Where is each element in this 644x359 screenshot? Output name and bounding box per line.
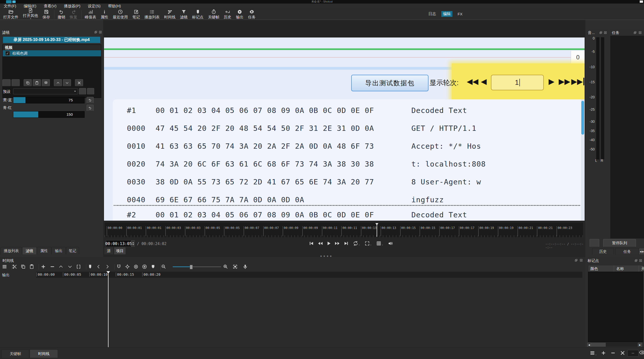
tab-滤镜[interactable]: 滤镜 bbox=[22, 247, 37, 254]
timeline-zoom-slider[interactable] bbox=[173, 266, 221, 267]
marker-search-field[interactable] bbox=[627, 350, 638, 356]
menu-item-0[interactable]: 文件(F) bbox=[0, 4, 20, 9]
spin-down-icon[interactable] bbox=[132, 244, 134, 246]
toolbar-button-timeline[interactable]: 时间线 bbox=[162, 9, 178, 20]
timeline-timeline-menu-button[interactable] bbox=[4, 264, 6, 266]
toolbar-button-list[interactable]: 播放列表 bbox=[142, 9, 162, 20]
filter-move-up-button[interactable] bbox=[54, 79, 62, 86]
transport-grid-button[interactable] bbox=[376, 241, 383, 246]
param-slider-1[interactable]: 150 bbox=[13, 111, 85, 118]
menu-item-5[interactable]: 帮助(H) bbox=[104, 4, 125, 9]
filter-copy-button[interactable] bbox=[24, 79, 32, 86]
player-time-ruler[interactable]: 00:00:0000:00:0100:00:0100:00:0300:00:03… bbox=[105, 223, 583, 237]
toolbar-button-funnel[interactable]: 滤镜 bbox=[178, 9, 190, 20]
column-start[interactable]: 开 bbox=[639, 265, 643, 272]
close-panel-icon[interactable] bbox=[580, 259, 583, 262]
close-panel-icon[interactable] bbox=[638, 31, 642, 34]
caret-icon[interactable] bbox=[381, 244, 383, 246]
tab-播放列表[interactable]: 播放列表 bbox=[1, 247, 22, 254]
round-prev-icon[interactable]: ◀ bbox=[481, 78, 487, 85]
marker-clear-button[interactable] bbox=[618, 349, 627, 356]
timecode-field[interactable]: 00:00:13:05 bbox=[106, 240, 131, 247]
marker-filter-clear-button[interactable] bbox=[639, 350, 644, 355]
layout-日志[interactable]: 日志 bbox=[427, 11, 438, 17]
toolbar-button-gear[interactable]: 任务 bbox=[246, 9, 258, 20]
player-playhead[interactable] bbox=[377, 223, 377, 237]
tab-history[interactable]: 历史 bbox=[592, 248, 614, 255]
filter-row-sepia[interactable]: ✓ 棕褐色调 bbox=[3, 50, 101, 56]
close-panel-icon[interactable] bbox=[639, 259, 642, 262]
param-slider-0[interactable]: 75 bbox=[13, 97, 85, 103]
menu-item-4[interactable]: 设定(S) bbox=[84, 4, 104, 9]
transport-skip-start-button[interactable] bbox=[309, 241, 314, 246]
column-name[interactable]: 名称 bbox=[614, 265, 639, 272]
export-packet-button[interactable]: 导出测试数据包 bbox=[351, 75, 428, 91]
filter-move-down-button[interactable] bbox=[63, 79, 71, 86]
scrollbar-thumb[interactable] bbox=[581, 101, 584, 135]
filter-remove-button[interactable] bbox=[12, 79, 20, 86]
timeline-playhead-grip[interactable] bbox=[106, 271, 110, 275]
caret-icon[interactable] bbox=[358, 244, 360, 246]
filter-add-button[interactable] bbox=[3, 79, 11, 86]
close-panel-icon[interactable] bbox=[604, 31, 607, 34]
close-panel-icon[interactable] bbox=[99, 30, 102, 34]
transport-selection-button[interactable] bbox=[365, 241, 372, 246]
output-track-label[interactable]: 输出 bbox=[2, 273, 10, 277]
toolbar-button-file-new[interactable]: 打开其他 bbox=[21, 9, 40, 20]
toolbar-button-clock[interactable]: 最近使用 bbox=[111, 9, 130, 20]
round-next-icon[interactable]: ▶ bbox=[549, 78, 554, 85]
float-panel-icon[interactable] bbox=[599, 31, 602, 34]
param-reset-button[interactable] bbox=[87, 105, 94, 111]
toolbar-button-stopwatch[interactable]: 关键帧 bbox=[206, 9, 222, 20]
bottom-tab-关键帧[interactable]: 关键帧 bbox=[2, 349, 29, 358]
param-reset-button[interactable] bbox=[87, 97, 94, 103]
hscroll-track[interactable] bbox=[591, 343, 637, 347]
toolbar-button-info[interactable]: 属性 bbox=[98, 9, 111, 20]
marker-remove-button[interactable] bbox=[609, 349, 617, 356]
window-controls[interactable] bbox=[640, 1, 643, 3]
preset-combobox[interactable] bbox=[13, 88, 78, 94]
tab-输出[interactable]: 输出 bbox=[51, 247, 66, 254]
toolbar-button-save[interactable]: 保存 bbox=[40, 9, 52, 20]
timeline-playhead[interactable] bbox=[108, 272, 109, 347]
transport-fast-forward-button[interactable] bbox=[335, 241, 340, 246]
zoom-slider-thumb[interactable] bbox=[190, 265, 193, 269]
menu-item-2[interactable]: 查看(V) bbox=[40, 4, 60, 9]
jobs-menu-button[interactable] bbox=[590, 239, 599, 247]
toolbar-button-note[interactable]: 笔记 bbox=[130, 9, 142, 20]
spin-up-icon[interactable] bbox=[132, 241, 134, 243]
tab-源[interactable]: 源 bbox=[104, 247, 114, 254]
transport-skip-end-button[interactable] bbox=[344, 241, 349, 246]
filter-stack-button[interactable] bbox=[42, 79, 50, 86]
round-forward-icon[interactable]: ▶▶ bbox=[559, 78, 570, 85]
pause-queue-button[interactable]: 暂停队列 bbox=[603, 239, 636, 247]
filter-paste-button[interactable] bbox=[33, 79, 41, 86]
timeline-ruler[interactable]: 00:00:0000:00:0500:00:1000:00:1500:00:20 bbox=[36, 272, 582, 278]
toolbar-button-disc[interactable]: 输出 bbox=[234, 9, 246, 20]
transport-rewind-button[interactable] bbox=[318, 241, 323, 246]
hscroll-thumb[interactable] bbox=[591, 343, 606, 347]
float-panel-icon[interactable] bbox=[94, 30, 97, 34]
hscroll-right-icon[interactable]: ▶ bbox=[638, 343, 642, 347]
markers-menu-button[interactable] bbox=[589, 349, 598, 356]
float-panel-icon[interactable] bbox=[634, 259, 638, 262]
tab-jobs[interactable]: 任务 bbox=[615, 248, 639, 255]
float-panel-icon[interactable] bbox=[633, 31, 637, 34]
column-color[interactable]: 颜色 bbox=[588, 265, 614, 272]
preset-add-button[interactable] bbox=[79, 88, 86, 95]
playhead-grip[interactable] bbox=[375, 223, 378, 227]
round-input[interactable]: 1 bbox=[491, 75, 544, 90]
toolbar-button-peak[interactable]: 峰值表 bbox=[83, 9, 98, 20]
tab-属性[interactable]: 属性 bbox=[37, 247, 51, 254]
tab-笔记[interactable]: 笔记 bbox=[66, 247, 79, 254]
scrollbar-track[interactable] bbox=[581, 99, 584, 221]
float-panel-icon[interactable] bbox=[575, 259, 578, 262]
toolbar-button-marker[interactable]: 标记点 bbox=[190, 9, 206, 20]
timecode-spinner[interactable] bbox=[131, 240, 135, 247]
filter-enabled-checkbox[interactable]: ✓ bbox=[5, 51, 10, 56]
transport-loop-button[interactable] bbox=[353, 241, 360, 246]
toolbar-button-redo[interactable]: 恢复 bbox=[67, 9, 80, 20]
toolbar-button-folder-open[interactable]: 打开文件 bbox=[1, 9, 21, 20]
round-last-icon[interactable]: ▶▶ bbox=[571, 78, 584, 85]
round-first-icon[interactable]: ◀◀ bbox=[467, 78, 478, 85]
